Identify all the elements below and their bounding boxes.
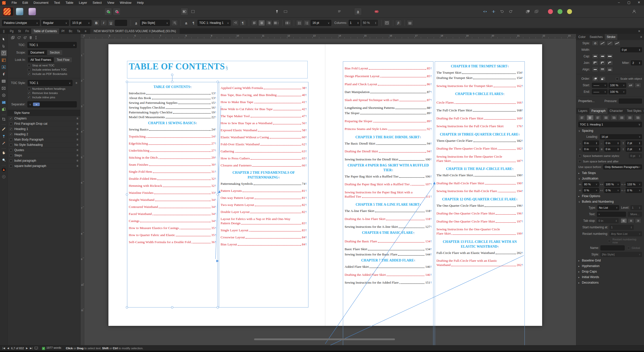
crop-tool[interactable] xyxy=(1,116,7,122)
chapter-heading[interactable]: CHAPTER 8 THE TRUMPET SKIRT¶ xyxy=(436,64,523,69)
update-style-button[interactable] xyxy=(171,20,178,26)
toc-entry[interactable]: How Wide to Cut Fabric for Bias Tape42¶ xyxy=(221,107,307,111)
flip-vertical-button[interactable] xyxy=(490,8,497,15)
cap-butt-button[interactable] xyxy=(592,54,598,59)
pilcrow-button[interactable]: ¶ xyxy=(239,20,246,26)
toc-entry[interactable]: Circle Flares166¶ xyxy=(436,100,523,105)
toc-entry[interactable]: Pattern Layouts81¶ xyxy=(221,189,307,193)
join-miter-button[interactable] xyxy=(592,60,598,65)
columns-stepper[interactable]: 1▲▼ xyxy=(349,20,360,26)
stroke-dash-button[interactable] xyxy=(607,41,613,46)
tab-paragraph[interactable]: Paragraph xyxy=(589,108,608,114)
bullet-align-right-button[interactable] xyxy=(635,218,641,223)
menu-document[interactable]: Document xyxy=(31,0,51,6)
toc-entry[interactable]: Seam Finishes30¶ xyxy=(129,162,216,167)
mirror-ends-button[interactable] xyxy=(635,83,641,88)
toc-entry[interactable]: Sewing Instructions for the A-line Skirt… xyxy=(345,225,432,229)
style-row[interactable]: bullet paragraph≡ xyxy=(8,158,80,163)
selection-handle[interactable] xyxy=(126,81,128,83)
style-row[interactable]: ✓Heading 1≡ xyxy=(8,126,80,132)
toc-entry[interactable]: The A-line Flare Skirt118¶ xyxy=(345,209,432,213)
chapter-heading[interactable]: CHAPTER 9 CIRCLE FLARES¶ xyxy=(436,92,523,97)
restart-numbering-select[interactable]: Any Non List∨ xyxy=(610,231,642,236)
numbered-list-button[interactable] xyxy=(303,20,310,26)
style-checkbox[interactable] xyxy=(10,159,12,162)
toc-entry[interactable]: Drafting the Three-Quarter Circle Flare … xyxy=(436,146,523,151)
fill-tool[interactable] xyxy=(1,133,7,139)
rotate-ccw-button[interactable] xyxy=(498,8,506,15)
paragraph-indent-button[interactable] xyxy=(232,20,239,26)
bullet-text-input[interactable]: ∨ xyxy=(597,212,626,217)
horizontal-ruler[interactable]: 4567891011121314151617181920212223 xyxy=(80,34,576,38)
cap-round-button[interactable] xyxy=(599,54,606,59)
toc-entry[interactable]: Applied Casing Width Formula38¶ xyxy=(221,86,307,90)
justification-select[interactable]: 0 %∨ xyxy=(604,188,621,193)
toc-entry[interactable]: Waistline Finishes33¶ xyxy=(129,191,216,195)
italic-button[interactable]: I xyxy=(100,20,107,26)
toc-entry[interactable]: About this Book13¶ xyxy=(129,96,216,100)
ungroup-button[interactable] xyxy=(533,8,540,15)
align-center-button[interactable] xyxy=(258,20,265,26)
toc-entry[interactable]: Double Layer Layout82¶ xyxy=(221,210,307,214)
toc-entry[interactable]: Sewing Instructions for the Half-Circle … xyxy=(436,189,523,193)
section-bullets[interactable]: ∨Bullets and Numbering xyxy=(576,199,644,204)
spacing-input[interactable]: 0 in▲▼ xyxy=(604,141,621,146)
chapter-heading[interactable]: CHAPTER 12 ONE-QUARTER CIRCLE FLARE¶ xyxy=(436,197,523,202)
properties-button[interactable]: Properties... xyxy=(578,99,595,103)
style-menu-icon[interactable]: ≡ xyxy=(76,138,78,141)
toc-entry[interactable]: Model Doll Measurements22¶ xyxy=(129,115,216,119)
style-checkbox[interactable]: ✓ xyxy=(10,117,12,120)
toc-entry[interactable]: Bias Tape, Bias Facing, and Bias Binding… xyxy=(221,93,307,97)
toc-entry[interactable]: Drafting the Paper Bag Skirt with a Ruff… xyxy=(345,182,432,186)
style-row[interactable]: ✓Chapters≡ xyxy=(8,116,80,121)
tab-ta[interactable]: Ta xyxy=(75,28,83,34)
toc-entry[interactable]: Single-Fold Hem31¶ xyxy=(129,169,216,174)
toc-entry[interactable]: Contoured Waistband34¶ xyxy=(129,205,216,209)
toc-entry[interactable]: Faced Waistband34¶ xyxy=(129,212,216,216)
toc-entry[interactable]: Crosswise Layout84¶ xyxy=(221,235,307,239)
toc-entry[interactable]: Single Layer Layout83¶ xyxy=(221,228,307,232)
chapter-heading[interactable]: CHAPTER 13 FULL-CIRCLE FLARE WITH AN ELA… xyxy=(436,239,523,249)
toc-entry[interactable]: Self-Casing Width Formula for a Double F… xyxy=(129,240,216,244)
selection-handle[interactable] xyxy=(217,81,219,83)
order-back-button[interactable] xyxy=(599,76,606,81)
style-row[interactable]: Steps≡ xyxy=(8,153,80,158)
justification-select[interactable]: 133 %∨ xyxy=(626,182,642,187)
start-numbering-input[interactable]: 1▲▼ xyxy=(610,225,634,230)
paragraph-align-justify-all-button[interactable] xyxy=(626,115,634,120)
tab-table-of-contents[interactable]: Table of Contents xyxy=(31,28,59,34)
selection-handle[interactable] xyxy=(126,306,128,309)
refresh-toc-icon[interactable] xyxy=(17,36,21,39)
toc-entry[interactable]: Sewing and Patternmaking Supplies15¶ xyxy=(129,101,216,105)
collapse-panel-button[interactable]: || xyxy=(0,28,8,34)
align-inside-stroke-button[interactable] xyxy=(599,67,606,72)
use-space-select[interactable]: Only Between Paragraphs∨ xyxy=(603,164,642,169)
end-arrow-select[interactable]: ——∨ xyxy=(592,89,608,94)
menu-text[interactable]: Text xyxy=(51,0,63,6)
toc-entry[interactable]: Full-Circle Flare with an Elastic Waistb… xyxy=(436,251,523,255)
toc-entry[interactable]: Drafting the Added Flare Skirt146¶ xyxy=(345,273,432,277)
toc-entry[interactable]: Bias Fold Layout85¶ xyxy=(345,66,432,70)
bullet-align-left-button[interactable] xyxy=(621,218,627,223)
toc-entry[interactable]: How to Press Gathers65¶ xyxy=(221,156,307,160)
toc-entry[interactable]: The Basic Dirndl Skirt94¶ xyxy=(345,141,432,146)
toc-entry[interactable]: Drafting the One-Quarter Circle Flare Sk… xyxy=(436,219,523,224)
toc-entry[interactable]: Drafting the Trumpet Skirt154¶ xyxy=(436,76,523,80)
toc-entry[interactable]: Dart Manipulation87¶ xyxy=(345,90,432,94)
chapter-heading[interactable]: CHAPTER 5 THE A-LINE FLARE SKIRT¶ xyxy=(345,202,432,207)
toc-entry[interactable]: Sewing Instructions for the Basic Flare1… xyxy=(345,252,432,256)
toc-entry[interactable]: Drafting the Half-Circle Flare Skirt190¶ xyxy=(436,181,523,185)
menu-select[interactable]: Select xyxy=(90,0,104,6)
scrollbar-thumb[interactable] xyxy=(254,338,395,340)
toc-entry[interactable]: Slash and Spread Technique with a Dart87… xyxy=(345,98,432,102)
leading-select[interactable]: 16 pt∨ xyxy=(311,20,331,26)
style-menu-icon[interactable]: ≡ xyxy=(76,127,78,131)
char-color-button[interactable]: a xyxy=(133,20,139,26)
frame-properties-button[interactable] xyxy=(181,8,188,15)
duplicate-toc-icon[interactable] xyxy=(11,36,15,39)
chapter-heading[interactable]: CHAPTER 1 SEWING BASICS¶ xyxy=(129,121,216,126)
toc-entry[interactable]: Sewing Instructions for the Paper Bag Sk… xyxy=(345,190,432,199)
panel-menu-icon[interactable]: ≡ xyxy=(640,35,642,39)
toc-entry[interactable]: Sewing Instructions for the One-Quarter … xyxy=(436,227,523,236)
chapter-heading[interactable]: CHAPTER 7 THE ADDED FLARE¶ xyxy=(345,258,432,263)
